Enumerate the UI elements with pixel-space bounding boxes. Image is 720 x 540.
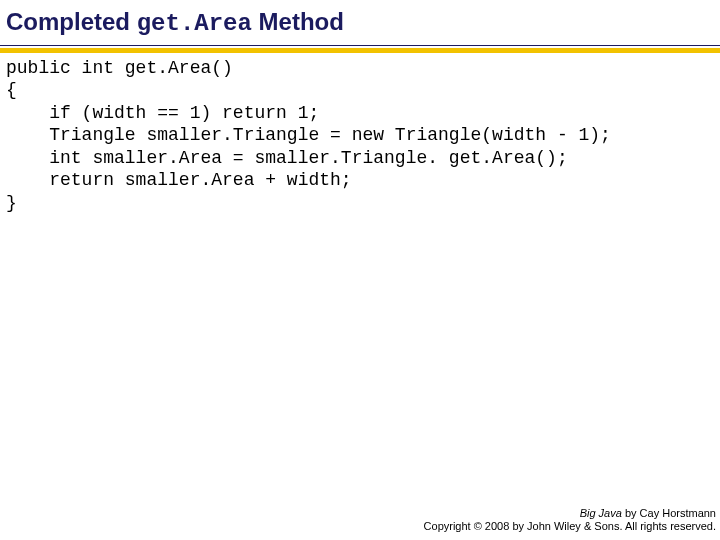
code-line-7: }: [6, 193, 17, 213]
code-line-6: return smaller.Area + width;: [6, 170, 352, 190]
slide: Completed get.Area Method public int get…: [0, 0, 720, 540]
code-line-5: int smaller.Area = smaller.Triangle. get…: [6, 148, 568, 168]
footer-book-title: Big Java: [580, 507, 622, 519]
slide-footer: Big Java by Cay Horstmann Copyright © 20…: [424, 507, 716, 535]
code-block: public int get.Area() { if (width == 1) …: [0, 57, 720, 215]
code-line-3: if (width == 1) return 1;: [6, 103, 319, 123]
code-line-4: Triangle smaller.Triangle = new Triangle…: [6, 125, 611, 145]
code-line-1: public int get.Area(): [6, 58, 233, 78]
separator-thin-line: [0, 45, 720, 46]
title-suffix: Method: [252, 8, 344, 35]
footer-copyright: Copyright © 2008 by John Wiley & Sons. A…: [424, 520, 716, 534]
slide-title: Completed get.Area Method: [6, 8, 720, 39]
footer-byline: by Cay Horstmann: [622, 507, 716, 519]
separator-thick-line: [0, 48, 720, 53]
footer-line-1: Big Java by Cay Horstmann: [424, 507, 716, 521]
code-line-2: {: [6, 80, 17, 100]
title-prefix: Completed: [6, 8, 137, 35]
title-code-fragment: get.Area: [137, 10, 252, 37]
slide-title-block: Completed get.Area Method: [0, 0, 720, 39]
